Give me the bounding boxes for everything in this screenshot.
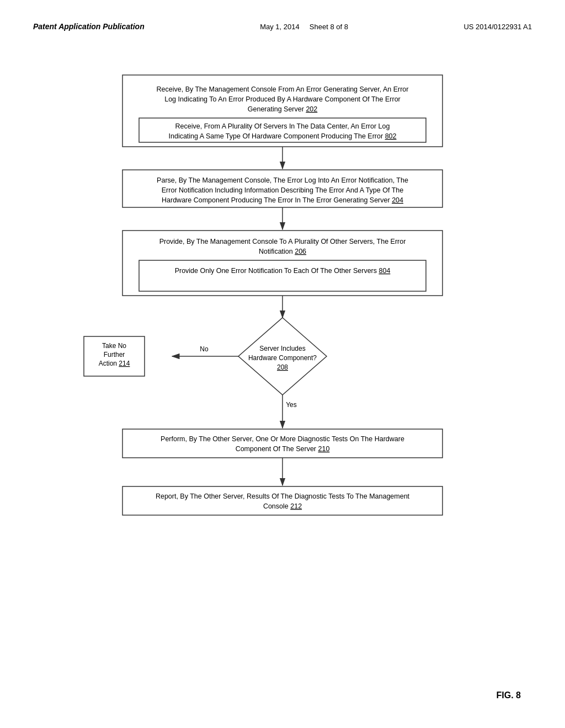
svg-text:Perform, By The Other Server, : Perform, By The Other Server, One Or Mor… bbox=[161, 435, 404, 443]
svg-text:Receive, From A Plurality Of S: Receive, From A Plurality Of Servers In … bbox=[175, 122, 390, 130]
svg-text:Take No: Take No bbox=[102, 342, 126, 350]
svg-text:Receive, By The Management Con: Receive, By The Management Console From … bbox=[157, 85, 409, 93]
svg-rect-32 bbox=[122, 429, 443, 458]
svg-text:Server Includes: Server Includes bbox=[259, 345, 305, 352]
svg-text:Component Of The Server 210: Component Of The Server 210 bbox=[236, 445, 330, 453]
svg-text:208: 208 bbox=[277, 363, 288, 371]
svg-text:Error Notification Including I: Error Notification Including Information… bbox=[162, 186, 403, 194]
page-header: Patent Application Publication May 1, 20… bbox=[33, 22, 532, 31]
svg-text:Hardware Component?: Hardware Component? bbox=[248, 354, 317, 362]
svg-text:Further: Further bbox=[104, 351, 125, 358]
svg-text:Report, By The Other Server, R: Report, By The Other Server, Results Of … bbox=[156, 493, 410, 500]
svg-text:Notification 206: Notification 206 bbox=[259, 248, 306, 255]
svg-rect-36 bbox=[122, 486, 443, 515]
sheet-info: Sheet 8 of 8 bbox=[310, 23, 348, 31]
flowchart-diagram: Receive, By The Management Console From … bbox=[33, 64, 532, 671]
date-sheet: May 1, 2014 Sheet 8 of 8 bbox=[260, 23, 348, 31]
svg-rect-17 bbox=[139, 260, 426, 291]
svg-text:Log Indicating To An Error Pro: Log Indicating To An Error Produced By A… bbox=[164, 95, 401, 103]
figure-label: FIG. 8 bbox=[497, 690, 521, 700]
publication-label: Patent Application Publication bbox=[33, 22, 145, 31]
svg-text:Generating Server 202: Generating Server 202 bbox=[248, 105, 318, 113]
svg-text:Provide, By The Management Con: Provide, By The Management Console To A … bbox=[159, 238, 406, 245]
svg-text:Yes: Yes bbox=[286, 401, 297, 409]
patent-number: US 2014/0122931 A1 bbox=[463, 23, 532, 31]
svg-text:Parse, By The Management Conso: Parse, By The Management Console, The Er… bbox=[157, 176, 408, 184]
flowchart-svg: Receive, By The Management Console From … bbox=[73, 64, 492, 671]
publication-date: May 1, 2014 bbox=[260, 23, 300, 31]
svg-text:Action 214: Action 214 bbox=[99, 360, 130, 367]
page: Patent Application Publication May 1, 20… bbox=[0, 0, 565, 728]
svg-text:No: No bbox=[200, 345, 209, 353]
svg-text:Console 212: Console 212 bbox=[263, 502, 302, 510]
svg-text:Indicating A Same Type Of Hard: Indicating A Same Type Of Hardware Compo… bbox=[169, 132, 397, 140]
svg-text:Hardware Component Producing T: Hardware Component Producing The Error I… bbox=[162, 196, 403, 204]
svg-text:Provide Only One Error Notific: Provide Only One Error Notification To E… bbox=[175, 267, 391, 275]
